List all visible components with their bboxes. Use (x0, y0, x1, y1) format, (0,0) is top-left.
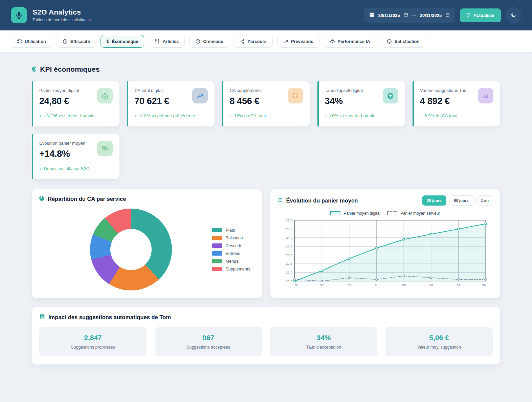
impact-stat-value: 5,06 € (389, 334, 489, 342)
donut-wrap: PlatsBoissonsDessertsEntréesMenusSupplém… (39, 205, 255, 294)
tab-performance-ia[interactable]: Performance IA (324, 35, 376, 48)
gauge-icon (63, 39, 68, 44)
legend-swatch (212, 267, 222, 271)
range-button-30-jours[interactable]: 30 jours (422, 195, 446, 206)
charts-row: Répartition du CA par service PlatsBoiss… (32, 189, 500, 298)
tab-creneaux[interactable]: Créneaux (189, 35, 229, 48)
refresh-button[interactable]: Actualiser (460, 8, 501, 22)
legend-swatch (212, 228, 222, 232)
section-title-text: KPI économiques (40, 65, 99, 73)
kpi-trend: ↑+18% vs période précédente (134, 113, 207, 118)
legend-item-plats[interactable]: Plats (212, 228, 250, 233)
range-button-90-jours[interactable]: 90 jours (449, 195, 473, 206)
impact-stat-label: Suggestions acceptées (158, 345, 259, 350)
donut-hole (110, 229, 152, 270)
impact-stat-valeur-moy-suggestion: 5,06 €Valeur moy. suggestion (385, 327, 493, 356)
plus-icon (288, 88, 303, 103)
kpi-card-panier-moyen-digital: Panier moyen digital24,80 €↑+3,20€ vs se… (32, 81, 119, 126)
kpi-trend: ↑+3,20€ vs serveur humain (39, 113, 112, 118)
tab-articles[interactable]: Articles (149, 35, 185, 48)
pie-chart-title-text: Répartition du CA par service (48, 196, 126, 202)
trend-up-icon: ↑ (420, 113, 422, 118)
svg-text:S5: S5 (402, 283, 406, 287)
main-content: € KPI économiques Panier moyen digital24… (0, 52, 532, 378)
euro-icon: € (107, 39, 109, 44)
tab-label: Utilisation (25, 39, 46, 44)
tab-economique[interactable]: €Économique (101, 35, 145, 48)
refresh-icon (466, 13, 471, 18)
date-from-picker-icon[interactable] (404, 13, 408, 18)
legend-label: Suppléments (226, 267, 250, 271)
legend-item-boissons[interactable]: Boissons (212, 236, 250, 240)
kpi-trend: ↑12% du CA total (229, 113, 302, 118)
impact-card: Impact des suggestions automatiques de T… (32, 307, 500, 364)
series-legend-panier-moyen-digital[interactable]: Panier moyen digital (330, 211, 380, 216)
refresh-label: Actualiser (473, 13, 495, 18)
kpi-trend-text: 12% du CA total (234, 113, 266, 118)
kpi-card-evolution-panier-moyen: Évolution panier moyen+14.8%↑Depuis inst… (32, 134, 119, 179)
pie-chart-title: Répartition du CA par service (39, 195, 255, 203)
svg-text:S4: S4 (374, 283, 379, 287)
kpi-trend-text: Depuis installation S2O (44, 166, 90, 171)
app-subtitle: Tableau de bord des statistiques (32, 18, 91, 22)
tab-efficacite[interactable]: Efficacité (57, 35, 96, 48)
trend-up-icon: ↑ (134, 113, 137, 118)
tab-label: Performance IA (338, 39, 370, 44)
legend-item-menus[interactable]: Menus (212, 259, 250, 264)
svg-text:S8: S8 (482, 283, 486, 287)
date-to-input[interactable]: 30/11/2025 (420, 13, 442, 18)
tab-parcours[interactable]: Parcours (234, 35, 272, 48)
coins-icon (39, 314, 45, 321)
tab-label: Articles (162, 39, 179, 44)
chart-line-icon (192, 88, 208, 103)
tab-label: Satisfaction (395, 39, 420, 44)
range-button-1-an[interactable]: 1 an (476, 195, 493, 206)
impact-stat-value: 967 (158, 334, 259, 342)
date-from-input[interactable]: 30/11/2025 (378, 13, 400, 18)
tab-label: Parcours (247, 39, 266, 44)
trend-icon (283, 39, 288, 44)
impact-title: Impact des suggestions automatiques de T… (39, 314, 493, 321)
tab-utilisation[interactable]: Utilisation (11, 35, 52, 48)
kpi-trend: ↑6.9% du CA total (420, 113, 493, 118)
tab-bar: UtilisationEfficacité€ÉconomiqueArticles… (0, 30, 532, 52)
tab-previsions[interactable]: Prévisions (277, 35, 319, 48)
series-legend-panier-moyen-serveur[interactable]: Panier moyen serveur (387, 211, 440, 216)
date-range-picker[interactable]: 30/11/2025 — 30/11/2025 (364, 8, 455, 23)
impact-stat-value: 2,847 (43, 334, 143, 342)
dark-mode-toggle[interactable] (506, 7, 521, 23)
trend-up-icon: ↑ (39, 166, 42, 171)
utensils-icon (155, 39, 160, 44)
svg-text:22,5: 22,5 (286, 262, 292, 265)
date-separator: — (412, 13, 416, 18)
svg-text:S3: S3 (347, 283, 351, 287)
kpi-trend-text: 6.9% du CA total (424, 113, 457, 118)
legend-item-supplements[interactable]: Suppléments (212, 267, 250, 271)
legend-swatch (212, 251, 222, 256)
robot-icon (478, 88, 493, 103)
donut-chart (90, 209, 172, 290)
kpi-trend-text: +18% vs période précédente (139, 113, 195, 118)
svg-text:S6: S6 (429, 283, 433, 287)
kpi-card-ca-total-digital: CA total digital70 621 €↑+18% vs période… (127, 81, 215, 126)
legend-label: Boissons (226, 236, 243, 240)
date-to-picker-icon[interactable] (445, 13, 450, 18)
series-swatch (330, 211, 340, 215)
calendar-icon (369, 12, 374, 18)
legend-label: Menus (226, 259, 239, 264)
impact-stat-label: Suggestions proposées (43, 345, 143, 350)
tab-satisfaction[interactable]: Satisfaction (381, 35, 426, 48)
legend-label: Plats (226, 228, 235, 233)
kpi-card-ventes-suggestions-tom: Ventes suggestions Tom4 892 €↑6.9% du CA… (413, 81, 500, 126)
impact-stat-suggestions-acceptees: 967Suggestions acceptées (155, 327, 262, 356)
legend-item-desserts[interactable]: Desserts (212, 243, 250, 248)
kpi-trend-text: +8% vs serveur humain (329, 113, 375, 118)
svg-text:21,5: 21,5 (286, 279, 292, 283)
smiley-icon (387, 39, 392, 44)
legend-item-entrees[interactable]: Entrées (212, 251, 250, 256)
line-chart-card: Évolution du panier moyen 30 jours90 jou… (270, 189, 501, 298)
kpi-grid: Panier moyen digital24,80 €↑+3,20€ vs se… (32, 81, 500, 179)
legend-label: Entrées (226, 251, 240, 256)
brand: S2O Analytics Tableau de bord des statis… (11, 7, 91, 23)
line-chart-header: Évolution du panier moyen 30 jours90 jou… (277, 195, 494, 206)
